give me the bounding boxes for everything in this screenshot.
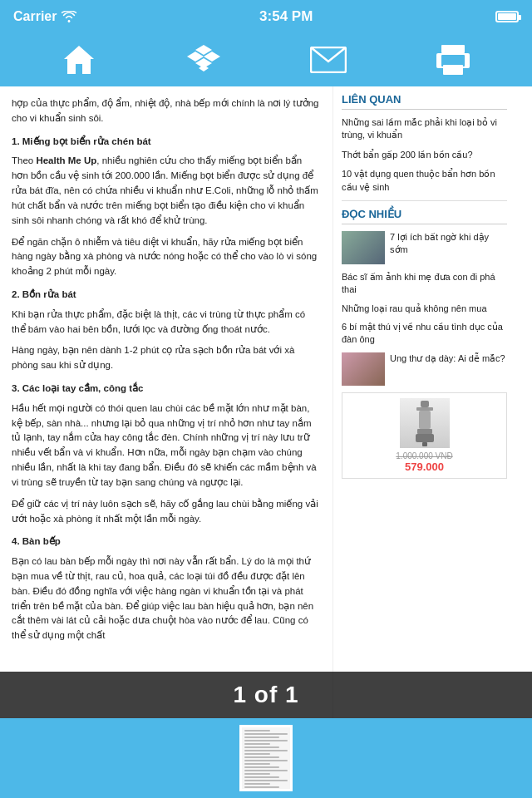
print-icon: [436, 45, 470, 75]
svg-rect-12: [421, 401, 429, 407]
print-button[interactable]: [432, 39, 474, 81]
product-box[interactable]: 1.000.000 VNĐ 579.000: [342, 392, 507, 479]
article-intro: hợp của thực phẩm, độ ẩm, nhiệt độ, nhà …: [12, 96, 321, 126]
svg-rect-11: [460, 57, 465, 60]
product-image: [400, 398, 450, 448]
home-icon: [62, 44, 96, 76]
content-area: hợp của thực phẩm, độ ẩm, nhiệt độ, nhà …: [0, 86, 532, 718]
svg-rect-17: [422, 442, 427, 446]
carrier-text: Carrier: [13, 9, 76, 24]
doc-item-1[interactable]: 7 lợi ích bất ngờ khi dậy sớm: [342, 231, 507, 264]
section4-p1: Bạn có lau bàn bếp mỗi ngày thì nơi này …: [12, 554, 321, 643]
doc-item-2[interactable]: Bác sĩ ấm ảnh khi mẹ đưa con đi phá thai: [342, 271, 507, 296]
svg-rect-16: [416, 434, 434, 442]
sidebar-link-2[interactable]: Thớt bẩn gấp 200 lần bồn cầu?: [342, 149, 507, 161]
lienquan-title: LIÊN QUAN: [342, 93, 507, 110]
wifi-icon: [62, 11, 76, 22]
status-right: [495, 11, 519, 22]
doc-item-1-img: [342, 231, 385, 264]
section3-title: 3. Các loại tay cầm, công tắc: [12, 382, 321, 397]
sidebar-divider: [342, 200, 507, 201]
svg-rect-7: [441, 45, 465, 53]
section3-p1: Hầu hết mọi người có thói quen lau chùi …: [12, 401, 321, 490]
doc-item-4[interactable]: 6 bí mật thú vị về nhu cầu tình dục của …: [342, 321, 507, 346]
doc-item-4-text: 6 bí mật thú vị về nhu cầu tình dục của …: [342, 321, 507, 346]
battery-icon: [495, 11, 519, 22]
doc-item-5[interactable]: Ung thư dạ dày: Ai dễ mắc?: [342, 352, 507, 386]
thumbnail-1-inner: [242, 727, 290, 789]
svg-rect-14: [419, 411, 431, 429]
thumb-lines: [242, 727, 290, 791]
thumbnail-1[interactable]: [239, 725, 293, 791]
docnhieu-title: ĐỌC NHIỀU: [342, 208, 507, 224]
section1-title: 1. Miếng bọt biển rửa chén bát: [12, 135, 321, 150]
page-indicator: 1 of 1: [0, 672, 532, 718]
doc-item-5-img: [342, 352, 385, 386]
status-bar: Carrier 3:54 PM: [0, 0, 532, 33]
page-indicator-text: 1 of 1: [233, 682, 298, 708]
section2-title: 2. Bồn rửa bát: [12, 288, 321, 303]
doc-item-5-text: Ung thư dạ dày: Ai dễ mắc?: [390, 352, 507, 365]
svg-rect-13: [416, 407, 433, 411]
dropbox-icon: [187, 43, 220, 76]
section1-p1: Theo Health Me Up, nhiều nghiên cứu cho …: [12, 154, 321, 228]
svg-rect-15: [417, 429, 432, 434]
sidebar-link-3[interactable]: 10 vật dụng quen thuộc bẩn hơn bồn cầu v…: [342, 168, 507, 194]
dropbox-button[interactable]: [183, 39, 224, 81]
mail-icon: [310, 47, 347, 73]
toolbar: [0, 33, 532, 86]
sidebar: LIÊN QUAN Những sai lầm mắc phải khi loạ…: [332, 86, 515, 718]
product-price-old: 1.000.000 VNĐ: [347, 451, 501, 461]
section2-p1: Khi bạn rửa thực phẩm, đặc biệt là thịt,…: [12, 308, 321, 337]
doc-item-2-text: Bác sĩ ấm ảnh khi mẹ đưa con đi phá thai: [342, 271, 507, 296]
section4-title: 4. Bàn bếp: [12, 534, 321, 549]
article-content: hợp của thực phẩm, độ ẩm, nhiệt độ, nhà …: [0, 86, 332, 718]
home-button[interactable]: [58, 39, 100, 81]
svg-marker-0: [64, 46, 94, 74]
status-time: 3:54 PM: [259, 8, 313, 25]
sidebar-link-1[interactable]: Những sai lầm mắc phải khi loại bỏ vi tr…: [342, 116, 507, 142]
doc-item-1-text: 7 lợi ích bất ngờ khi dậy sớm: [390, 231, 507, 256]
thumbnail-strip: [0, 718, 532, 798]
section2-p2: Hàng ngày, bạn nên dành 1-2 phút cọ rửa …: [12, 343, 321, 373]
doc-item-3-text: Những loại rau quả không nên mua: [342, 303, 507, 315]
product-img-icon: [404, 401, 446, 446]
section1-p2: Để ngăn chặn ô nhiễm và tiêu diệt vi khu…: [12, 235, 321, 279]
doc-item-3[interactable]: Những loại rau quả không nên mua: [342, 303, 507, 315]
section3-p2: Để giữ các vị trí này luôn sạch sẽ, hãy …: [12, 497, 321, 527]
product-price-new: 579.000: [347, 461, 501, 473]
mail-button[interactable]: [308, 39, 349, 81]
svg-rect-10: [443, 65, 463, 75]
